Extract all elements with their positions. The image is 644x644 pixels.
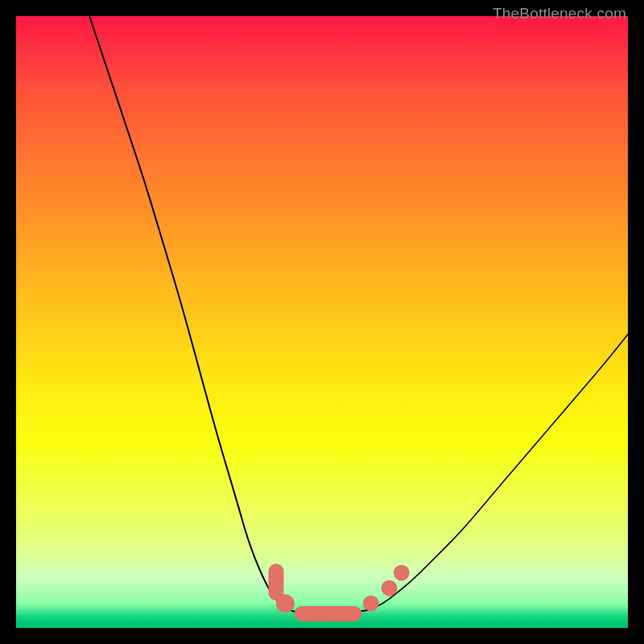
curve-layer	[16, 16, 628, 628]
marker-dot	[394, 565, 410, 581]
watermark-text: TheBottleneck.com	[493, 5, 626, 23]
marker-dot	[382, 580, 398, 597]
marker-dot	[276, 594, 295, 613]
plot-area	[16, 16, 628, 628]
marker-dot	[363, 596, 379, 612]
chart-frame: TheBottleneck.com	[0, 0, 644, 644]
marker-capsule	[295, 606, 362, 621]
curve-left-branch	[89, 16, 297, 613]
curve-right-branch	[371, 334, 628, 609]
marker-capsule	[269, 564, 284, 601]
